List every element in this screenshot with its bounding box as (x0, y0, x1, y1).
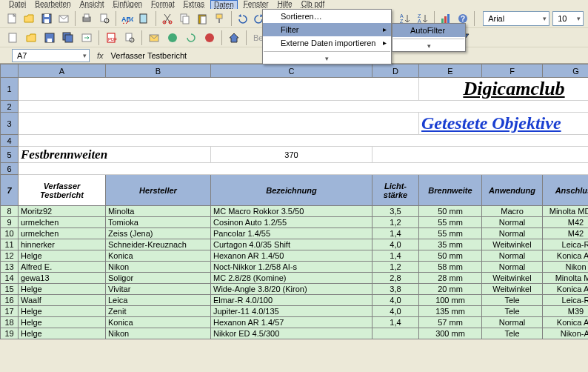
svg-rect-30 (47, 39, 52, 42)
menubar[interactable]: DateiBearbeitenAnsichtEinfügenFormatExtr… (0, 0, 588, 9)
new2-icon[interactable] (4, 30, 21, 46)
fx-label: fx (97, 51, 104, 60)
menu-autofilter[interactable]: AutoFilter (392, 24, 465, 37)
menu-filter[interactable]: Filter (263, 23, 391, 36)
spreadsheet-area[interactable]: A B C D E F G 1Digicamclub 2 3Getestete … (0, 64, 588, 339)
table-header-row: 7 Verfasser Testbericht Hersteller Bezei… (1, 175, 589, 206)
svg-rect-3 (44, 14, 49, 17)
section-count: 370 (211, 147, 372, 163)
preview2-icon[interactable] (121, 30, 138, 46)
svg-rect-6 (84, 14, 89, 18)
table-row[interactable]: 17 HelgeZenitJupiter-11 4.0/135 4,0135 m… (1, 306, 589, 317)
svg-rect-24 (444, 16, 447, 23)
table-row[interactable]: 12 HelgeKonicaHexanon AR 1.4/50 1,450 mm… (1, 250, 589, 262)
page-subtitle[interactable]: Getestete Objektive (421, 113, 561, 133)
save2-icon[interactable] (41, 30, 58, 46)
svg-rect-7 (101, 14, 107, 21)
select-all-corner[interactable] (1, 64, 19, 78)
pdf-icon[interactable]: PDF (103, 30, 119, 46)
svg-rect-32 (65, 35, 73, 42)
svg-rect-16 (201, 16, 206, 24)
table-row[interactable]: 11 hinnerkerSchneider-KreuznachCurtagon … (1, 239, 589, 250)
menu-extern[interactable]: Externe Daten importieren (263, 36, 391, 50)
svg-rect-28 (9, 33, 16, 42)
svg-rect-17 (216, 14, 222, 19)
column-headers: A B C D E F G (1, 64, 589, 78)
font-size-select[interactable]: 10 (552, 11, 584, 26)
print-preview-icon[interactable] (96, 10, 111, 27)
research-icon[interactable] (137, 10, 152, 27)
stop-icon[interactable] (201, 30, 218, 46)
refresh-icon[interactable] (183, 30, 199, 46)
open2-icon[interactable] (23, 30, 39, 46)
format-painter-icon[interactable] (212, 10, 227, 27)
filter-submenu[interactable]: AutoFilter ▾ (392, 23, 466, 52)
mail2-icon[interactable] (146, 30, 162, 46)
svg-point-11 (163, 21, 166, 24)
cut-icon[interactable] (160, 10, 175, 27)
table-row[interactable]: 8 Moritz92MinoltaMC Macro Rokkor 3.5/50 … (1, 206, 589, 217)
svg-rect-23 (441, 19, 444, 23)
name-box[interactable]: A7 (12, 49, 90, 62)
svg-rect-25 (447, 14, 450, 23)
svg-rect-36 (126, 33, 132, 41)
paste-icon[interactable] (195, 10, 210, 27)
menu-expand-icon[interactable]: ▾ (263, 53, 391, 64)
svg-text:PDF: PDF (108, 37, 117, 41)
new-doc-icon[interactable] (4, 10, 19, 27)
svg-text:A: A (400, 13, 404, 19)
submenu-expand-icon[interactable]: ▾ (392, 41, 465, 51)
svg-text:?: ? (461, 15, 465, 23)
daten-menu[interactable]: Sortieren… Filter Externe Daten importie… (262, 9, 392, 64)
svg-point-40 (205, 33, 214, 42)
menu-sort[interactable]: Sortieren… (263, 10, 391, 23)
table-row[interactable]: 13 Alfred E.NikonNoct-Nikkor 1.2/58 AI-s… (1, 262, 589, 273)
table-row[interactable]: 16 WaalfLeicaElmar-R 4.0/100 4,0100 mmTe… (1, 295, 589, 306)
table-row[interactable]: 15 HelgeVivitarWide-Angle 3.8/20 (Kiron)… (1, 284, 589, 295)
table-row[interactable]: 18 HelgeKonicaHexanon AR 1.4/57 1,457 mm… (1, 317, 589, 328)
saveall-icon[interactable] (60, 30, 76, 46)
link-icon[interactable] (164, 30, 181, 46)
formula-text[interactable]: Verfasser Testbericht (111, 51, 187, 60)
undo-icon[interactable] (235, 10, 250, 27)
table-row[interactable]: 14 gewa13SoligorMC 2.8/28 (Komine) 2,828… (1, 273, 589, 284)
page-title: Digicamclub (463, 78, 564, 99)
section-title: Festbrennweiten (21, 147, 107, 162)
svg-rect-14 (183, 16, 189, 24)
svg-rect-10 (140, 14, 147, 23)
table-row[interactable]: 19 HelgeNikonNikkor ED 4.5/300 300 mmTel… (1, 328, 589, 339)
svg-text:Z: Z (418, 13, 421, 19)
open-icon[interactable] (21, 10, 36, 27)
svg-point-39 (168, 33, 177, 42)
home-icon[interactable] (226, 30, 242, 46)
table-row[interactable]: 10 urmelchenZeiss (Jena)Pancolar 1.4/55 … (1, 228, 589, 239)
save-icon[interactable] (39, 10, 54, 27)
copy-icon[interactable] (178, 10, 193, 27)
print-icon[interactable] (79, 10, 94, 27)
convert-icon[interactable] (78, 30, 95, 46)
svg-rect-18 (218, 19, 220, 23)
svg-rect-2 (44, 19, 49, 23)
mail-icon[interactable] (56, 10, 71, 27)
font-name-select[interactable]: Arial (483, 11, 549, 26)
table-row[interactable]: 9 urmelchenTomiokaCosinon Auto 1.2/55 1,… (1, 217, 589, 228)
svg-point-12 (169, 21, 172, 24)
spell-icon[interactable]: ABC (120, 10, 135, 27)
